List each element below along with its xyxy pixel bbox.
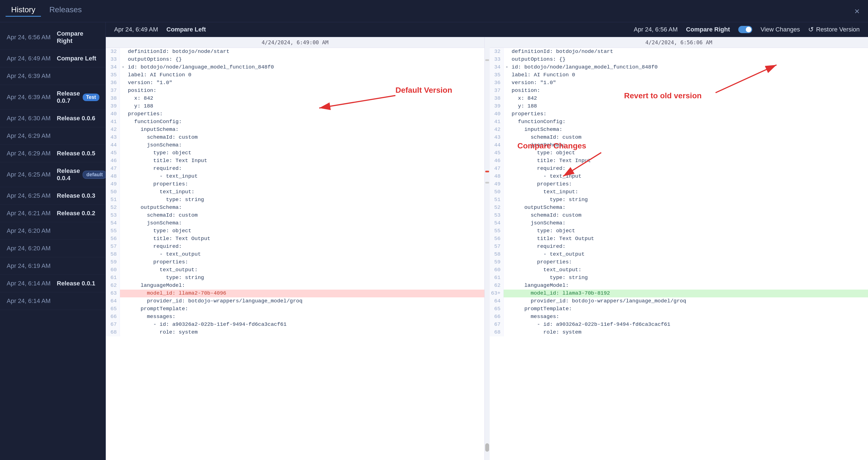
history-item-time: Apr 24, 6:20 AM (7, 245, 57, 252)
line-number: 68 (106, 329, 120, 336)
diff-marker-2 (485, 171, 489, 172)
line-number: 64 (490, 297, 504, 305)
line-number: 50 (490, 188, 504, 196)
right-panel-header: 4/24/2024, 6:56:06 AM (490, 37, 868, 48)
restore-label: Restore Version (816, 26, 860, 33)
line-content: position: (504, 87, 868, 95)
history-item[interactable]: Apr 24, 6:56 AMCompare Right (0, 25, 105, 50)
history-item-label: Release 0.0.6 (57, 115, 99, 122)
line-number: 60 (490, 266, 504, 274)
diff-area: Apr 24, 6:49 AM Compare Left Apr 24, 6:5… (106, 22, 868, 460)
line-content: y: 188 (504, 102, 868, 110)
history-item-time: Apr 24, 6:49 AM (7, 55, 57, 62)
line-number: 67 (490, 321, 504, 329)
history-item-time: Apr 24, 6:56 AM (7, 34, 57, 41)
line-number: 59 (490, 258, 504, 266)
history-item[interactable]: Apr 24, 6:29 AM (0, 127, 105, 145)
history-item[interactable]: Apr 24, 6:25 AMRelease 0.0.4default (0, 162, 105, 187)
line-number: 55 (490, 227, 504, 235)
line-content: type: string (504, 274, 868, 282)
tab-releases[interactable]: Releases (44, 5, 87, 17)
history-item[interactable]: Apr 24, 6:21 AMRelease 0.0.2 (0, 205, 105, 222)
line-content: inputSchema: (504, 126, 868, 134)
line-number: 35 (490, 71, 504, 79)
line-content: outputSchema: (504, 204, 868, 212)
line-content: promptTemplate: (120, 305, 485, 313)
restore-version-button[interactable]: ↺ Restore Version (808, 26, 860, 33)
line-number: 46 (106, 157, 120, 165)
history-item[interactable]: Apr 24, 6:30 AMRelease 0.0.6 (0, 110, 105, 127)
line-number: 44 (106, 142, 120, 149)
tab-history[interactable]: History (6, 5, 41, 17)
left-code-table: 32 definitionId: botdojo/node/start33 ou… (106, 48, 485, 336)
history-item[interactable]: Apr 24, 6:14 AMRelease 0.0.1 (0, 275, 105, 293)
diff-panel-right[interactable]: 4/24/2024, 6:56:06 AM 32 definitionId: b… (490, 37, 868, 460)
line-content: required: (504, 243, 868, 251)
view-changes-button[interactable]: View Changes (761, 26, 800, 33)
line-number: 58 (490, 251, 504, 258)
history-item[interactable]: Apr 24, 6:29 AMRelease 0.0.5 (0, 145, 105, 162)
line-content: languageModel: (120, 282, 485, 289)
line-content: y: 188 (120, 102, 485, 110)
line-number: 48 (106, 173, 120, 180)
line-number: 42 (490, 126, 504, 134)
line-content: text_output: (504, 266, 868, 274)
history-item[interactable]: Apr 24, 6:39 AMRelease 0.0.7Test (0, 85, 105, 110)
line-number: 52 (106, 204, 120, 212)
line-content: - text_input (120, 173, 485, 180)
line-number: 57 (490, 243, 504, 251)
history-item[interactable]: Apr 24, 6:25 AMRelease 0.0.3 (0, 187, 105, 205)
line-content: title: Text Input (120, 157, 485, 165)
close-button[interactable]: × (855, 6, 860, 16)
history-item[interactable]: Apr 24, 6:14 AM (0, 293, 105, 310)
diff-panel-left[interactable]: 4/24/2024, 6:49:00 AM 32 definitionId: b… (106, 37, 485, 460)
line-number: 32 (490, 48, 504, 56)
line-content: title: Text Output (120, 235, 485, 243)
line-content: - text_output (504, 251, 868, 258)
line-number: 50 (106, 188, 120, 196)
line-number: 52 (490, 204, 504, 212)
line-content: inputSchema: (120, 126, 485, 134)
line-number: 53 (490, 212, 504, 219)
line-content: label: AI Function 0 (120, 71, 485, 79)
line-content: position: (120, 87, 485, 95)
line-number: 56 (106, 235, 120, 243)
history-item-label: Release 0.0.3 (57, 192, 99, 200)
history-item[interactable]: Apr 24, 6:39 AM (0, 67, 105, 85)
history-item-time: Apr 24, 6:19 AM (7, 262, 57, 270)
line-content: properties: (504, 258, 868, 266)
line-content: x: 842 (504, 95, 868, 102)
line-number: 53 (106, 212, 120, 219)
history-item[interactable]: Apr 24, 6:20 AM (0, 222, 105, 240)
history-sidebar: Apr 24, 6:56 AMCompare RightApr 24, 6:49… (0, 22, 106, 460)
line-number: 34 (106, 63, 120, 71)
line-number: 45 (106, 149, 120, 157)
history-item[interactable]: Apr 24, 6:20 AM (0, 240, 105, 257)
history-item-time: Apr 24, 6:25 AM (7, 192, 57, 200)
history-item-time: Apr 24, 6:29 AM (7, 132, 57, 140)
line-content: properties: (504, 180, 868, 188)
line-content: type: string (504, 196, 868, 204)
history-item-label: Compare Left (57, 55, 99, 62)
line-number: 61 (106, 274, 120, 282)
line-content: jsonSchema: (120, 142, 485, 149)
line-content: definitionId: botdojo/node/start (120, 48, 485, 56)
line-number: 54 (106, 219, 120, 227)
line-content: version: "1.0" (504, 79, 868, 87)
line-number: 65 (490, 305, 504, 313)
line-number: 46 (490, 157, 504, 165)
line-number: 47 (490, 165, 504, 173)
compare-toggle[interactable] (738, 26, 752, 33)
line-content: jsonSchema: (120, 219, 485, 227)
history-item-badge: default (83, 171, 106, 179)
history-item[interactable]: Apr 24, 6:19 AM (0, 257, 105, 275)
line-content: required: (504, 165, 868, 173)
main-content: Apr 24, 6:56 AMCompare RightApr 24, 6:49… (0, 22, 868, 460)
line-number: 62 (106, 282, 120, 289)
history-item[interactable]: Apr 24, 6:49 AMCompare Left (0, 50, 105, 67)
scrollbar-thumb[interactable] (485, 443, 489, 452)
line-number: 51 (490, 196, 504, 204)
line-content: outputOptions: {} (120, 56, 485, 63)
line-number: 41 (106, 118, 120, 126)
line-number: 42 (106, 126, 120, 134)
